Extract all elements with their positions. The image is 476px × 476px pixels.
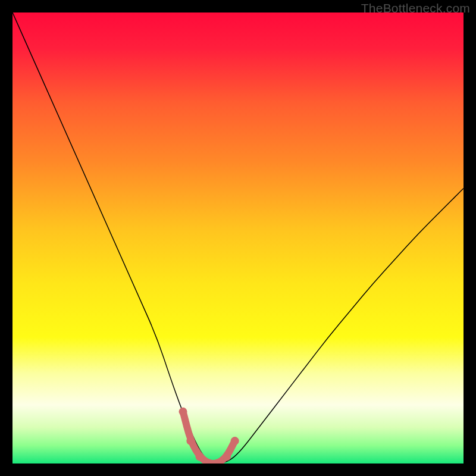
optimal-zone-dot <box>186 437 195 445</box>
optimal-zone-dot <box>223 453 231 461</box>
chart-background <box>12 12 464 464</box>
optimal-zone-dot <box>179 408 187 416</box>
chart-stage: TheBottleneck.com <box>0 0 476 476</box>
watermark-text: TheBottleneck.com <box>361 1 470 15</box>
optimal-zone-dot <box>196 453 204 461</box>
chart-plot <box>12 12 464 464</box>
optimal-zone-dot <box>231 437 239 445</box>
